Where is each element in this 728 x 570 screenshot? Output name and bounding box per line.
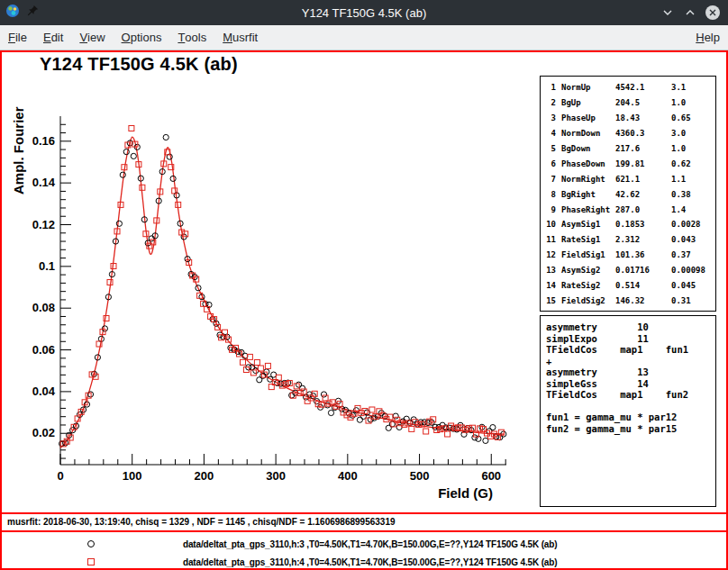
chevron-up-icon — [682, 5, 698, 21]
parameter-name: BgUp — [561, 98, 615, 107]
parameter-row: 9PhaseRight287.01.4 — [545, 202, 715, 217]
close-button[interactable] — [704, 4, 722, 22]
parameter-err: 1.1 — [671, 175, 686, 184]
parameter-row: 2BgUp204.51.0 — [545, 95, 715, 111]
fit-info-pad: musrfit: 2018-06-30, 13:19:40, chisq = 1… — [2, 512, 726, 568]
parameter-no: 14 — [545, 281, 556, 290]
parameter-val: 621.1 — [615, 175, 671, 184]
data-series-circle — [59, 134, 506, 446]
parameter-name: RateSig1 — [561, 235, 615, 244]
data-point-circle — [123, 149, 129, 155]
parameter-err: 3.0 — [671, 129, 686, 138]
data-point-circle — [311, 394, 316, 399]
parameter-row: 10AsymSig10.18530.0028 — [545, 217, 715, 232]
data-series-square — [60, 126, 504, 447]
root-canvas[interactable]: Y124 TF150G 4.5K (ab) 010020030040050060… — [0, 50, 728, 570]
parameter-row: 8BgRight42.620.38 — [545, 186, 715, 202]
parameter-name: PhaseDown — [561, 159, 615, 168]
parameter-no: 15 — [545, 296, 556, 305]
parameter-name: BgDown — [561, 144, 615, 153]
parameter-name: FieldSig2 — [561, 296, 615, 305]
menu-item-tools[interactable]: Tools — [169, 25, 214, 50]
data-point-circle — [328, 410, 333, 415]
data-point-circle — [357, 417, 362, 422]
parameter-name: AsymSig1 — [561, 220, 615, 229]
fit-curve — [60, 137, 505, 448]
x-axis-title: Field (G) — [438, 485, 493, 501]
theory-line: fun2 = gamma_mu * par15 — [546, 423, 715, 435]
parameter-err: 1.0 — [671, 144, 686, 153]
svg-text:0.02: 0.02 — [32, 426, 55, 439]
menu-item-edit[interactable]: Edit — [35, 25, 71, 50]
menu-item-musrfit[interactable]: Musrfit — [214, 25, 266, 50]
menubar-items: FileEditViewOptionsToolsMusrfit — [0, 25, 266, 50]
data-point-circle — [163, 134, 168, 140]
parameter-err: 0.31 — [671, 296, 691, 305]
parameter-box: 1NormUp4542.13.12BgUp204.51.03PhaseUp18.… — [540, 76, 716, 312]
legend-square-marker-icon — [87, 558, 95, 565]
parameter-no: 7 — [545, 175, 556, 184]
menu-item-view[interactable]: View — [71, 25, 113, 50]
window-controls — [659, 4, 728, 22]
parameter-name: NormUp — [561, 83, 615, 92]
parameter-no: 3 — [545, 113, 556, 122]
svg-text:0.1: 0.1 — [39, 259, 55, 273]
parameter-val: 204.5 — [615, 98, 671, 107]
parameter-err: 0.0028 — [671, 220, 701, 229]
legend-row: data/deltat_pta_gps_3110,h:3 ,T0=4.50K,T… — [2, 535, 726, 553]
fit-info-text: musrfit: 2018-06-30, 13:19:40, chisq = 1… — [2, 514, 726, 532]
data-point-circle — [296, 382, 302, 387]
menu-item-help[interactable]: Help — [687, 25, 728, 50]
root-app-icon[interactable] — [5, 4, 20, 22]
legend-text: data/deltat_pta_gps_3110,h:3 ,T0=4.50K,T… — [183, 539, 557, 549]
parameter-val: 4360.3 — [615, 129, 671, 138]
parameter-err: 0.00098 — [671, 266, 705, 275]
parameter-no: 2 — [545, 98, 556, 107]
fourier-amplitude-plot[interactable]: 01002003004005006000.020.040.060.080.10.… — [2, 52, 539, 520]
titlebar-left — [0, 4, 39, 22]
data-point-square — [254, 360, 259, 366]
menubar-help: Help — [687, 25, 728, 50]
svg-text:0: 0 — [57, 469, 63, 483]
svg-text:0.12: 0.12 — [32, 218, 55, 231]
parameter-err: 0.045 — [671, 281, 696, 290]
parameter-name: RateSig2 — [561, 281, 615, 290]
parameter-val: 0.514 — [615, 281, 671, 290]
theory-lines: asymmetry 10simplExpo 11TFieldCos map1 f… — [546, 321, 715, 434]
parameter-row: 13AsymSig20.017160.00098 — [545, 263, 715, 278]
pushpin-icon[interactable] — [26, 5, 39, 21]
theory-line: fun1 = gamma_mu * par12 — [546, 412, 715, 423]
menu-item-options[interactable]: Options — [114, 25, 170, 50]
parameter-row: 12FieldSig1101.360.37 — [545, 248, 715, 263]
parameter-name: AsymSig2 — [561, 266, 615, 275]
data-point-circle — [472, 435, 478, 440]
parameter-val: 287.0 — [615, 205, 671, 214]
minimize-button[interactable] — [659, 4, 677, 22]
svg-text:600: 600 — [481, 469, 501, 483]
parameter-name: FieldSig1 — [561, 250, 615, 259]
data-point-circle — [120, 172, 125, 177]
parameter-err: 0.62 — [671, 159, 691, 168]
maximize-button[interactable] — [681, 4, 699, 22]
parameter-no: 1 — [545, 83, 556, 92]
parameter-no: 8 — [545, 190, 556, 199]
parameter-row: 1NormUp4542.13.1 — [545, 80, 715, 95]
theory-line: TFieldCos map1 fun2 — [546, 389, 715, 401]
parameter-err: 0.043 — [671, 235, 696, 244]
theory-line: TFieldCos map1 fun1 — [546, 344, 715, 356]
data-point-square — [423, 429, 429, 434]
plot-legend: data/deltat_pta_gps_3110,h:3 ,T0=4.50K,T… — [2, 532, 726, 570]
parameter-err: 0.37 — [671, 250, 691, 259]
menu-item-file[interactable]: File — [0, 25, 35, 50]
legend-row: data/deltat_pta_gps_3110,h:4 ,T0=4.50K,T… — [2, 553, 726, 570]
legend-text: data/deltat_pta_gps_3110,h:4 ,T0=4.50K,T… — [183, 557, 557, 567]
theory-line: simpleGss 14 — [546, 378, 715, 390]
parameter-row: 6PhaseDown199.810.62 — [545, 156, 715, 171]
parameter-no: 5 — [545, 144, 556, 153]
svg-text:0.06: 0.06 — [32, 343, 55, 357]
parameter-no: 11 — [545, 235, 556, 244]
parameter-name: NormDown — [561, 129, 615, 138]
data-point-square — [409, 426, 414, 431]
parameter-row: 7NormRight621.11.1 — [545, 171, 715, 186]
titlebar[interactable]: Y124 TF150G 4.5K (ab) — [0, 0, 728, 25]
